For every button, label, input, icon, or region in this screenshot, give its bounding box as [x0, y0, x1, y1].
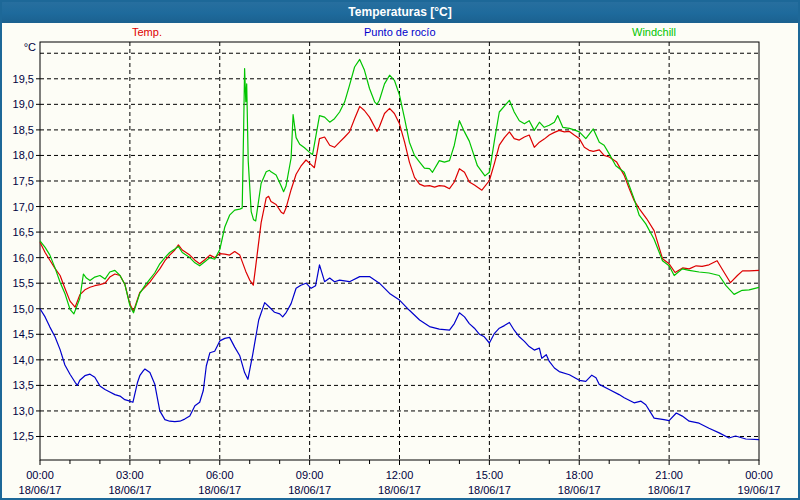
window-title-bar[interactable]: Temperaturas [°C]: [2, 2, 798, 23]
x-tick-time-label: 15:00: [476, 469, 504, 481]
x-tick-date-label: 18/06/17: [198, 484, 241, 496]
y-tick-label: 16,0: [13, 252, 34, 264]
x-tick-time-label: 03:00: [116, 469, 144, 481]
x-tick-date-label: 18/06/17: [468, 484, 511, 496]
y-tick-label: 18,0: [13, 149, 34, 161]
y-tick-label: 13,5: [13, 379, 34, 391]
y-tick-label: 19,5: [13, 73, 34, 85]
x-tick-date-label: 19/06/17: [738, 484, 781, 496]
x-tick-time-label: 12:00: [386, 469, 414, 481]
x-tick-time-label: 09:00: [296, 469, 324, 481]
x-tick-time-label: 21:00: [655, 469, 683, 481]
x-tick-date-label: 18/06/17: [108, 484, 151, 496]
x-tick-date-label: 18/06/17: [648, 484, 691, 496]
x-tick-time-label: 18:00: [565, 469, 593, 481]
y-tick-label: 13,0: [13, 405, 34, 417]
y-axis-unit-label: °C: [24, 41, 36, 53]
x-tick-date-label: 18/06/17: [19, 484, 62, 496]
y-tick-label: 14,5: [13, 328, 34, 340]
x-tick-date-label: 18/06/17: [558, 484, 601, 496]
x-tick-date-label: 18/06/17: [378, 484, 421, 496]
x-tick-time-label: 06:00: [206, 469, 234, 481]
y-tick-label: 18,5: [13, 124, 34, 136]
chart-window: Temperaturas [°C] Temp. Punto de rocío W…: [0, 0, 800, 500]
y-tick-label: 14,0: [13, 354, 34, 366]
y-tick-label: 12,5: [13, 430, 34, 442]
y-tick-label: 15,0: [13, 303, 34, 315]
y-tick-label: 15,5: [13, 277, 34, 289]
x-tick-date-label: 18/06/17: [288, 484, 331, 496]
y-tick-label: 16,5: [13, 226, 34, 238]
x-tick-time-label: 00:00: [745, 469, 773, 481]
window-title: Temperaturas [°C]: [348, 5, 451, 19]
y-tick-label: 17,5: [13, 175, 34, 187]
line-chart-plot: 12,513,013,514,014,515,015,516,016,517,0…: [2, 23, 798, 498]
y-tick-label: 17,0: [13, 201, 34, 213]
y-tick-label: 19,0: [13, 98, 34, 110]
chart-area: Temp. Punto de rocío Windchill 12,513,01…: [2, 23, 798, 498]
x-tick-time-label: 00:00: [26, 469, 54, 481]
